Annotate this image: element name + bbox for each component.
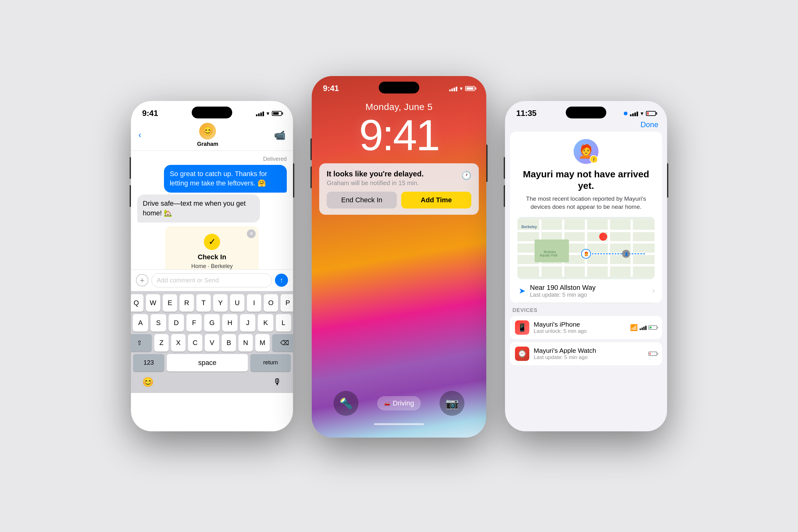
svg-text:👤: 👤 xyxy=(624,252,629,256)
wifi-icon-3: ▾ xyxy=(641,110,643,117)
key-n[interactable]: N xyxy=(239,334,253,352)
checkin-close-button[interactable]: ✕ xyxy=(247,229,255,238)
input-bar: + Add comment or Send ↑ xyxy=(131,269,293,291)
phone-lockscreen: 9:41 ▾ Monday, June 5 9:41 It looks like… xyxy=(312,76,486,438)
dynamic-island xyxy=(192,107,232,118)
keyboard-row-3: ⇧ Z X C V B N M ⌫ xyxy=(133,334,291,352)
key-s[interactable]: S xyxy=(151,314,166,331)
key-b[interactable]: B xyxy=(222,334,236,352)
driving-icon: 🚗 xyxy=(384,400,390,406)
notification-title: It looks like you're delayed. xyxy=(327,170,471,178)
location-text: Near 190 Allston Way Last update: 5 min … xyxy=(530,284,648,298)
battery-icon-2 xyxy=(465,86,475,91)
svg-text:Berkeley: Berkeley xyxy=(521,225,537,229)
checkin-status-card: 🧑‍🦰 ⚠️ Mayuri may not have arrived yet. … xyxy=(510,132,662,303)
key-q[interactable]: Q xyxy=(131,294,144,312)
battery-icon xyxy=(272,111,282,116)
device-name-iphone: Mayuri's iPhone xyxy=(534,321,587,328)
key-h[interactable]: H xyxy=(222,314,238,331)
add-attachment-button[interactable]: + xyxy=(136,274,148,286)
location-row[interactable]: ➤ Near 190 Allston Way Last update: 5 mi… xyxy=(517,279,654,303)
lock-notification: It looks like you're delayed. 🕐 Graham w… xyxy=(319,163,479,215)
end-checkin-button[interactable]: End Check In xyxy=(327,192,397,209)
driving-indicator: 🚗 Driving xyxy=(377,396,421,411)
status-headline: Mayuri may not have arrived yet. xyxy=(517,168,654,192)
driving-label: Driving xyxy=(393,399,414,407)
key-j[interactable]: J xyxy=(240,314,255,331)
key-c[interactable]: C xyxy=(188,334,202,352)
power-button-2[interactable] xyxy=(486,145,488,182)
location-last-update: Last update: 5 min ago xyxy=(530,292,648,298)
status-avatar: 🧑‍🦰 ⚠️ xyxy=(573,139,598,164)
backspace-key[interactable]: ⌫ xyxy=(272,334,293,352)
key-o[interactable]: O xyxy=(264,294,278,312)
key-w[interactable]: W xyxy=(146,294,160,312)
keyboard-row-2: A S D F G H J K L xyxy=(133,314,291,331)
key-f[interactable]: F xyxy=(186,314,202,331)
lock-time: 9:41 xyxy=(312,113,486,157)
key-g[interactable]: G xyxy=(204,314,220,331)
status-time-2: 9:41 xyxy=(323,83,339,93)
phone-checkin-status: 11:35 ▾ Done � xyxy=(505,101,667,431)
lock-screen-bottom: 🔦 🚗 Driving 📷 xyxy=(312,391,486,425)
key-p[interactable]: P xyxy=(281,294,293,312)
checkin-status-header: Done xyxy=(505,120,667,132)
device-status-iphone: 📶 xyxy=(630,324,657,331)
key-z[interactable]: Z xyxy=(154,334,169,352)
contact-info: 😊 Graham xyxy=(197,123,218,147)
location-name: Near 190 Allston Way xyxy=(530,284,648,292)
key-y[interactable]: Y xyxy=(213,294,228,312)
key-v[interactable]: V xyxy=(205,334,219,352)
phone-messages: 9:41 ▾ ‹ 😊 Graham 📹 xyxy=(131,101,293,431)
keyboard-row-1: Q W E R T Y U I O P xyxy=(133,294,291,312)
video-call-button[interactable]: 📹 xyxy=(274,130,286,140)
shift-key[interactable]: ⇧ xyxy=(131,334,152,352)
space-key[interactable]: space xyxy=(167,354,248,372)
received-message-1: Drive safe—text me when you get home! 🏡 xyxy=(137,194,260,223)
messages-header: ‹ 😊 Graham 📹 xyxy=(131,120,293,151)
device-wifi-icon: 📶 xyxy=(630,324,638,331)
dynamic-island-2 xyxy=(379,82,419,94)
key-t[interactable]: T xyxy=(196,294,211,312)
battery-icon-3 xyxy=(646,111,656,116)
microphone-button[interactable]: 🎙 xyxy=(273,377,282,387)
key-r[interactable]: R xyxy=(179,294,194,312)
message-input[interactable]: Add comment or Send xyxy=(152,273,272,287)
key-m[interactable]: M xyxy=(255,334,270,352)
power-button[interactable] xyxy=(293,163,294,197)
wifi-icon: ▾ xyxy=(267,110,269,117)
dynamic-island-3 xyxy=(566,107,606,118)
key-k[interactable]: K xyxy=(258,314,273,331)
key-x[interactable]: X xyxy=(171,334,186,352)
location-indicator xyxy=(624,112,627,115)
lock-controls: 🔦 🚗 Driving 📷 xyxy=(312,391,486,416)
emoji-button[interactable]: 😊 xyxy=(142,377,154,387)
done-button[interactable]: Done xyxy=(641,120,658,129)
key-d[interactable]: D xyxy=(169,314,184,331)
notification-subtitle: Graham will be notified in 15 min. xyxy=(327,179,471,187)
key-u[interactable]: U xyxy=(230,294,244,312)
back-button[interactable]: ‹ xyxy=(138,130,141,140)
device-time-watch: Last update: 5 min ago xyxy=(534,354,596,361)
send-button[interactable]: ↑ xyxy=(275,274,288,287)
warning-badge: ⚠️ xyxy=(590,155,598,163)
numbers-key[interactable]: 123 xyxy=(133,354,164,372)
home-indicator xyxy=(374,423,424,425)
key-e[interactable]: E xyxy=(163,294,177,312)
power-button-3[interactable] xyxy=(667,163,668,197)
status-avatar-wrap: 🧑‍🦰 ⚠️ xyxy=(517,139,654,164)
flashlight-button[interactable]: 🔦 xyxy=(334,391,359,416)
add-time-button[interactable]: Add Time xyxy=(401,192,471,209)
device-name-watch: Mayuri's Apple Watch xyxy=(534,347,596,354)
key-i[interactable]: I xyxy=(247,294,261,312)
return-key[interactable]: return xyxy=(250,354,291,372)
chevron-right-icon: › xyxy=(652,287,654,295)
notification-buttons: End Check In Add Time xyxy=(327,192,471,209)
sent-message-1: So great to catch up. Thanks for letting… xyxy=(164,165,287,193)
clock-icon: 🕐 xyxy=(461,171,471,180)
device-time-iphone: Last unlock: 5 min ago xyxy=(534,328,587,335)
camera-button[interactable]: 📷 xyxy=(439,391,464,416)
key-l[interactable]: L xyxy=(276,314,291,331)
status-subtext: The most recent location reported by May… xyxy=(517,195,654,211)
key-a[interactable]: A xyxy=(133,314,148,331)
